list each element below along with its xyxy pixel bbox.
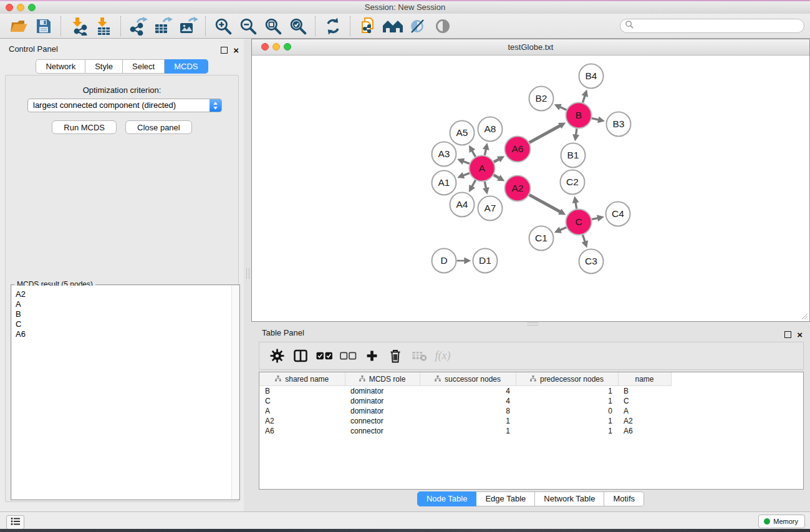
close-panel-icon[interactable]: ×: [797, 329, 803, 341]
network-canvas[interactable]: B4B2BB3A5A8A6A3B1AC2A1A2A4A7C4CC1DD1C3: [252, 56, 809, 322]
import-network-icon[interactable]: [66, 16, 91, 37]
zoom-out-icon[interactable]: [236, 16, 261, 37]
network-view-window: testGlobe.txt B4B2BB3A5A8A6A3B1AC2A1A2A4…: [251, 39, 810, 322]
tab-edge-table[interactable]: Edge Table: [476, 491, 535, 506]
search-icon: [625, 20, 634, 32]
table-cell[interactable]: B: [259, 386, 345, 397]
table-row[interactable]: Bdominator41B: [259, 386, 803, 397]
table-row[interactable]: A2connector11A2: [259, 416, 803, 426]
zoom-fit-icon[interactable]: [261, 16, 286, 37]
table-cell[interactable]: A6: [259, 426, 345, 436]
cell-filler: [671, 386, 803, 397]
birdseye-icon[interactable]: [430, 16, 455, 37]
network-window-titlebar: testGlobe.txt: [252, 39, 809, 56]
result-item[interactable]: A2: [16, 289, 239, 299]
node-table-container[interactable]: shared nameMCDS rolesuccessor nodesprede…: [259, 372, 804, 490]
zoom-in-icon[interactable]: [211, 16, 236, 37]
close-panel-icon[interactable]: ×: [233, 45, 239, 56]
zoom-selected-icon[interactable]: [286, 16, 311, 37]
add-row-icon[interactable]: [360, 346, 383, 367]
deselect-all-icon[interactable]: [336, 346, 360, 367]
save-session-icon[interactable]: [31, 16, 56, 37]
table-row[interactable]: Adominator80A: [259, 406, 803, 416]
table-cell[interactable]: 1: [420, 426, 516, 436]
apply-layout-icon[interactable]: [321, 16, 345, 37]
table-cell[interactable]: A2: [618, 416, 671, 426]
table-cell[interactable]: A: [618, 406, 671, 416]
table-cell[interactable]: dominator: [345, 406, 420, 416]
tab-motifs[interactable]: Motifs: [604, 491, 644, 506]
table-cell[interactable]: dominator: [345, 386, 420, 397]
table-cell[interactable]: connector: [345, 426, 420, 436]
column-header[interactable]: shared name: [259, 372, 345, 386]
memory-label: Memory: [773, 518, 798, 525]
table-cell[interactable]: A6: [618, 426, 671, 436]
result-scrollbar[interactable]: [231, 286, 239, 499]
table-cell[interactable]: C: [618, 396, 671, 406]
column-header[interactable]: MCDS role: [345, 372, 420, 386]
window-title: Session: New Session: [0, 1, 810, 14]
cell-filler: [671, 426, 803, 436]
tab-select[interactable]: Select: [123, 59, 165, 74]
split-view-icon[interactable]: [289, 346, 312, 367]
graph-edge: [494, 175, 499, 178]
table-cell[interactable]: C: [259, 396, 345, 406]
column-header[interactable]: predecessor nodes: [516, 372, 618, 386]
clone-network-icon[interactable]: [355, 16, 380, 37]
table-cell[interactable]: dominator: [345, 396, 420, 406]
table-row[interactable]: A6connector11A6: [259, 426, 803, 436]
table-cell[interactable]: 1: [516, 426, 618, 436]
memory-button[interactable]: Memory: [758, 515, 805, 528]
style-visibility-icon[interactable]: [405, 16, 430, 37]
table-cell[interactable]: A: [259, 406, 345, 416]
export-table-icon[interactable]: [151, 16, 176, 37]
float-panel-icon[interactable]: [221, 45, 228, 56]
table-cell[interactable]: 1: [420, 416, 516, 426]
tab-network[interactable]: Network: [36, 59, 85, 74]
table-cell[interactable]: 4: [420, 386, 516, 397]
open-file-icon[interactable]: [6, 16, 31, 37]
resize-grip-icon[interactable]: [801, 312, 808, 320]
table-cell[interactable]: 1: [516, 396, 618, 406]
tab-node-table[interactable]: Node Table: [417, 491, 477, 506]
delete-row-icon[interactable]: [383, 346, 407, 367]
vertical-splitter-grip[interactable]: [246, 268, 249, 279]
control-panel-tabs: NetworkStyleSelectMCDS: [0, 59, 244, 74]
table-cell[interactable]: 0: [516, 406, 618, 416]
tab-mcds[interactable]: MCDS: [165, 59, 208, 74]
table-cell[interactable]: 8: [420, 406, 516, 416]
home-icon[interactable]: [380, 16, 405, 37]
tab-network-table[interactable]: Network Table: [535, 491, 604, 506]
table-cell[interactable]: connector: [345, 416, 420, 426]
graph-edge: [560, 107, 567, 110]
result-item[interactable]: A6: [16, 329, 239, 339]
table-cell[interactable]: B: [618, 386, 671, 397]
settings-icon[interactable]: [265, 346, 289, 367]
column-header[interactable]: name: [618, 372, 671, 386]
cell-filler: [671, 406, 803, 416]
delete-table-icon: [407, 346, 431, 367]
console-button[interactable]: [6, 515, 24, 530]
result-item[interactable]: C: [16, 319, 239, 329]
select-all-icon[interactable]: [312, 346, 336, 367]
table-cell[interactable]: A2: [259, 416, 345, 426]
table-cell[interactable]: 1: [516, 386, 618, 397]
close-panel-button[interactable]: Close panel: [125, 120, 192, 134]
table-cell[interactable]: 1: [516, 416, 618, 426]
table-cell[interactable]: 4: [420, 396, 516, 406]
task-list-icon: [11, 517, 21, 528]
float-panel-icon[interactable]: [784, 329, 791, 341]
criterion-select[interactable]: largest connected component (directed): [27, 99, 222, 112]
export-image-icon[interactable]: [176, 16, 201, 37]
table-row[interactable]: Cdominator41C: [259, 396, 803, 406]
mcds-result-list[interactable]: A2ABCA6: [12, 286, 239, 499]
search-field[interactable]: [620, 19, 804, 33]
import-table-icon[interactable]: [91, 16, 116, 37]
tab-style[interactable]: Style: [85, 59, 123, 74]
run-mcds-button[interactable]: Run MCDS: [52, 120, 117, 134]
result-item[interactable]: B: [16, 309, 239, 319]
search-input[interactable]: [637, 21, 795, 31]
result-item[interactable]: A: [16, 299, 239, 309]
column-header[interactable]: successor nodes: [420, 372, 516, 386]
export-network-icon[interactable]: [126, 16, 151, 37]
